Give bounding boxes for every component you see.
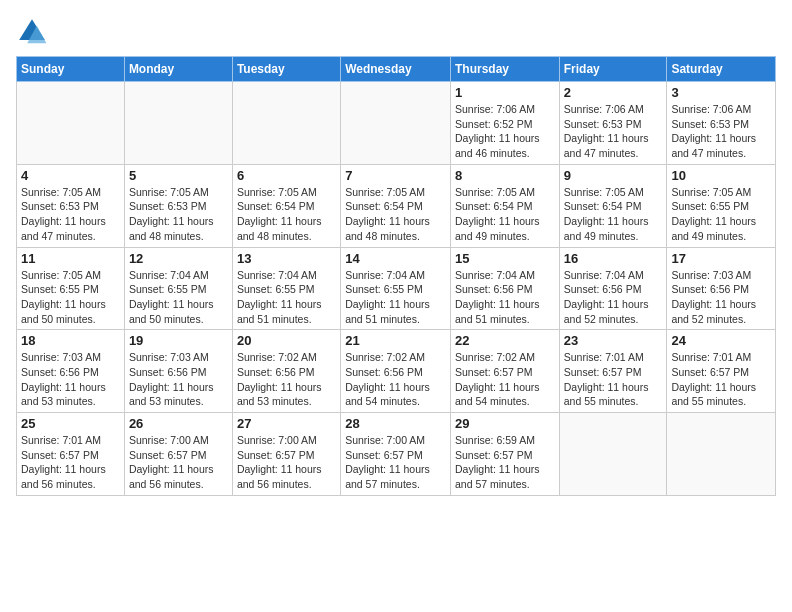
calendar-cell <box>341 82 451 165</box>
logo-icon <box>16 16 48 48</box>
weekday-header: Thursday <box>450 57 559 82</box>
day-info: Sunrise: 7:04 AM Sunset: 6:55 PM Dayligh… <box>237 268 336 327</box>
day-number: 13 <box>237 251 336 266</box>
calendar-cell <box>232 82 340 165</box>
calendar-cell: 18Sunrise: 7:03 AM Sunset: 6:56 PM Dayli… <box>17 330 125 413</box>
calendar-week-row: 4Sunrise: 7:05 AM Sunset: 6:53 PM Daylig… <box>17 164 776 247</box>
calendar-cell: 25Sunrise: 7:01 AM Sunset: 6:57 PM Dayli… <box>17 413 125 496</box>
day-info: Sunrise: 7:05 AM Sunset: 6:54 PM Dayligh… <box>455 185 555 244</box>
day-number: 28 <box>345 416 446 431</box>
calendar-cell: 8Sunrise: 7:05 AM Sunset: 6:54 PM Daylig… <box>450 164 559 247</box>
calendar-cell <box>124 82 232 165</box>
day-number: 22 <box>455 333 555 348</box>
day-number: 4 <box>21 168 120 183</box>
day-info: Sunrise: 7:04 AM Sunset: 6:55 PM Dayligh… <box>129 268 228 327</box>
day-number: 7 <box>345 168 446 183</box>
day-info: Sunrise: 7:03 AM Sunset: 6:56 PM Dayligh… <box>129 350 228 409</box>
calendar-cell: 24Sunrise: 7:01 AM Sunset: 6:57 PM Dayli… <box>667 330 776 413</box>
calendar-cell: 17Sunrise: 7:03 AM Sunset: 6:56 PM Dayli… <box>667 247 776 330</box>
logo <box>16 16 52 48</box>
day-number: 20 <box>237 333 336 348</box>
calendar-cell: 29Sunrise: 6:59 AM Sunset: 6:57 PM Dayli… <box>450 413 559 496</box>
day-info: Sunrise: 7:05 AM Sunset: 6:53 PM Dayligh… <box>21 185 120 244</box>
calendar-cell: 20Sunrise: 7:02 AM Sunset: 6:56 PM Dayli… <box>232 330 340 413</box>
day-info: Sunrise: 7:05 AM Sunset: 6:54 PM Dayligh… <box>237 185 336 244</box>
calendar-cell: 10Sunrise: 7:05 AM Sunset: 6:55 PM Dayli… <box>667 164 776 247</box>
calendar-cell: 12Sunrise: 7:04 AM Sunset: 6:55 PM Dayli… <box>124 247 232 330</box>
calendar-week-row: 18Sunrise: 7:03 AM Sunset: 6:56 PM Dayli… <box>17 330 776 413</box>
calendar-cell <box>559 413 667 496</box>
day-info: Sunrise: 7:05 AM Sunset: 6:55 PM Dayligh… <box>21 268 120 327</box>
calendar-week-row: 25Sunrise: 7:01 AM Sunset: 6:57 PM Dayli… <box>17 413 776 496</box>
day-number: 25 <box>21 416 120 431</box>
calendar-week-row: 1Sunrise: 7:06 AM Sunset: 6:52 PM Daylig… <box>17 82 776 165</box>
calendar-cell: 6Sunrise: 7:05 AM Sunset: 6:54 PM Daylig… <box>232 164 340 247</box>
day-info: Sunrise: 7:06 AM Sunset: 6:53 PM Dayligh… <box>671 102 771 161</box>
calendar-cell: 22Sunrise: 7:02 AM Sunset: 6:57 PM Dayli… <box>450 330 559 413</box>
day-number: 27 <box>237 416 336 431</box>
day-info: Sunrise: 7:05 AM Sunset: 6:54 PM Dayligh… <box>564 185 663 244</box>
calendar-cell: 2Sunrise: 7:06 AM Sunset: 6:53 PM Daylig… <box>559 82 667 165</box>
day-info: Sunrise: 7:06 AM Sunset: 6:53 PM Dayligh… <box>564 102 663 161</box>
day-info: Sunrise: 7:03 AM Sunset: 6:56 PM Dayligh… <box>21 350 120 409</box>
day-info: Sunrise: 6:59 AM Sunset: 6:57 PM Dayligh… <box>455 433 555 492</box>
calendar-cell: 23Sunrise: 7:01 AM Sunset: 6:57 PM Dayli… <box>559 330 667 413</box>
day-number: 18 <box>21 333 120 348</box>
day-info: Sunrise: 7:05 AM Sunset: 6:54 PM Dayligh… <box>345 185 446 244</box>
day-number: 26 <box>129 416 228 431</box>
weekday-header: Sunday <box>17 57 125 82</box>
weekday-header: Tuesday <box>232 57 340 82</box>
day-info: Sunrise: 7:05 AM Sunset: 6:55 PM Dayligh… <box>671 185 771 244</box>
day-info: Sunrise: 7:01 AM Sunset: 6:57 PM Dayligh… <box>671 350 771 409</box>
calendar-cell: 1Sunrise: 7:06 AM Sunset: 6:52 PM Daylig… <box>450 82 559 165</box>
calendar-cell: 4Sunrise: 7:05 AM Sunset: 6:53 PM Daylig… <box>17 164 125 247</box>
day-number: 12 <box>129 251 228 266</box>
day-number: 11 <box>21 251 120 266</box>
day-number: 14 <box>345 251 446 266</box>
day-info: Sunrise: 7:02 AM Sunset: 6:56 PM Dayligh… <box>237 350 336 409</box>
calendar-header-row: SundayMondayTuesdayWednesdayThursdayFrid… <box>17 57 776 82</box>
day-number: 29 <box>455 416 555 431</box>
day-info: Sunrise: 7:02 AM Sunset: 6:56 PM Dayligh… <box>345 350 446 409</box>
page-header <box>16 16 776 48</box>
day-number: 2 <box>564 85 663 100</box>
day-info: Sunrise: 7:04 AM Sunset: 6:55 PM Dayligh… <box>345 268 446 327</box>
day-number: 19 <box>129 333 228 348</box>
day-number: 10 <box>671 168 771 183</box>
day-number: 17 <box>671 251 771 266</box>
calendar-cell: 3Sunrise: 7:06 AM Sunset: 6:53 PM Daylig… <box>667 82 776 165</box>
weekday-header: Wednesday <box>341 57 451 82</box>
day-info: Sunrise: 7:01 AM Sunset: 6:57 PM Dayligh… <box>21 433 120 492</box>
calendar-week-row: 11Sunrise: 7:05 AM Sunset: 6:55 PM Dayli… <box>17 247 776 330</box>
day-number: 24 <box>671 333 771 348</box>
calendar-cell: 14Sunrise: 7:04 AM Sunset: 6:55 PM Dayli… <box>341 247 451 330</box>
weekday-header: Friday <box>559 57 667 82</box>
day-info: Sunrise: 7:04 AM Sunset: 6:56 PM Dayligh… <box>455 268 555 327</box>
day-number: 6 <box>237 168 336 183</box>
calendar-cell <box>667 413 776 496</box>
day-number: 9 <box>564 168 663 183</box>
calendar-cell: 7Sunrise: 7:05 AM Sunset: 6:54 PM Daylig… <box>341 164 451 247</box>
calendar-cell: 15Sunrise: 7:04 AM Sunset: 6:56 PM Dayli… <box>450 247 559 330</box>
day-info: Sunrise: 7:02 AM Sunset: 6:57 PM Dayligh… <box>455 350 555 409</box>
calendar-cell: 16Sunrise: 7:04 AM Sunset: 6:56 PM Dayli… <box>559 247 667 330</box>
calendar-cell: 9Sunrise: 7:05 AM Sunset: 6:54 PM Daylig… <box>559 164 667 247</box>
calendar-cell: 11Sunrise: 7:05 AM Sunset: 6:55 PM Dayli… <box>17 247 125 330</box>
calendar-cell: 5Sunrise: 7:05 AM Sunset: 6:53 PM Daylig… <box>124 164 232 247</box>
day-info: Sunrise: 7:06 AM Sunset: 6:52 PM Dayligh… <box>455 102 555 161</box>
day-info: Sunrise: 7:04 AM Sunset: 6:56 PM Dayligh… <box>564 268 663 327</box>
day-info: Sunrise: 7:00 AM Sunset: 6:57 PM Dayligh… <box>345 433 446 492</box>
day-info: Sunrise: 7:05 AM Sunset: 6:53 PM Dayligh… <box>129 185 228 244</box>
day-info: Sunrise: 7:00 AM Sunset: 6:57 PM Dayligh… <box>237 433 336 492</box>
day-info: Sunrise: 7:01 AM Sunset: 6:57 PM Dayligh… <box>564 350 663 409</box>
day-number: 21 <box>345 333 446 348</box>
calendar-table: SundayMondayTuesdayWednesdayThursdayFrid… <box>16 56 776 496</box>
day-number: 8 <box>455 168 555 183</box>
day-info: Sunrise: 7:00 AM Sunset: 6:57 PM Dayligh… <box>129 433 228 492</box>
calendar-cell: 28Sunrise: 7:00 AM Sunset: 6:57 PM Dayli… <box>341 413 451 496</box>
calendar-cell: 26Sunrise: 7:00 AM Sunset: 6:57 PM Dayli… <box>124 413 232 496</box>
weekday-header: Monday <box>124 57 232 82</box>
day-number: 15 <box>455 251 555 266</box>
day-number: 23 <box>564 333 663 348</box>
day-number: 16 <box>564 251 663 266</box>
